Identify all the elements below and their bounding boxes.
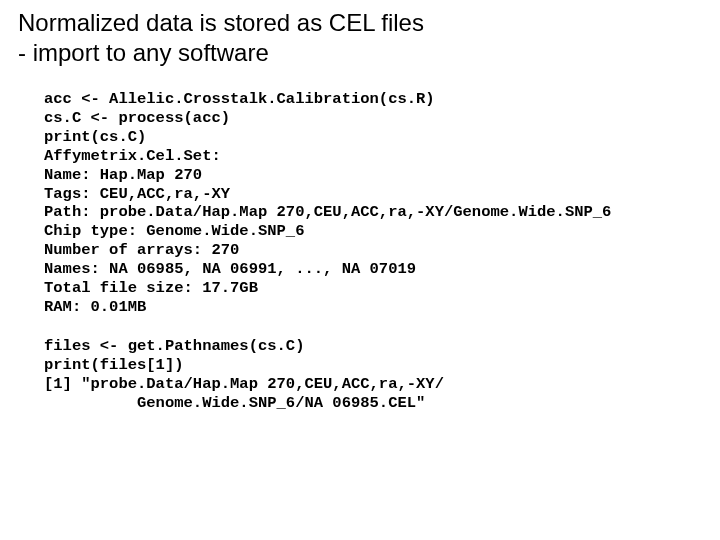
code-line: print(files[1]) (44, 356, 184, 374)
code-line: Names: NA 06985, NA 06991, ..., NA 07019 (44, 260, 416, 278)
code-line: Genome.Wide.SNP_6/NA 06985.CEL" (44, 394, 425, 412)
code-line: Affymetrix.Cel.Set: (44, 147, 221, 165)
code-line: cs.C <- process(acc) (44, 109, 230, 127)
title-line-1: Normalized data is stored as CEL files (18, 9, 424, 36)
code-line: Chip type: Genome.Wide.SNP_6 (44, 222, 304, 240)
code-line: acc <- Allelic.Crosstalk.Calibration(cs.… (44, 90, 435, 108)
code-line: [1] "probe.Data/Hap.Map 270,CEU,ACC,ra,-… (44, 375, 444, 393)
code-line: Tags: CEU,ACC,ra,-XY (44, 185, 230, 203)
code-line: Path: probe.Data/Hap.Map 270,CEU,ACC,ra,… (44, 203, 611, 221)
code-line: Total file size: 17.7GB (44, 279, 258, 297)
title-line-2: - import to any software (18, 39, 269, 66)
code-line: files <- get.Pathnames(cs.C) (44, 337, 304, 355)
code-line: print(cs.C) (44, 128, 146, 146)
slide-title: Normalized data is stored as CEL files -… (18, 8, 702, 68)
code-block-2: files <- get.Pathnames(cs.C) print(files… (44, 337, 702, 413)
code-line: Name: Hap.Map 270 (44, 166, 202, 184)
code-block-1: acc <- Allelic.Crosstalk.Calibration(cs.… (44, 90, 702, 317)
code-line: RAM: 0.01MB (44, 298, 146, 316)
slide: Normalized data is stored as CEL files -… (0, 0, 720, 540)
code-line: Number of arrays: 270 (44, 241, 239, 259)
